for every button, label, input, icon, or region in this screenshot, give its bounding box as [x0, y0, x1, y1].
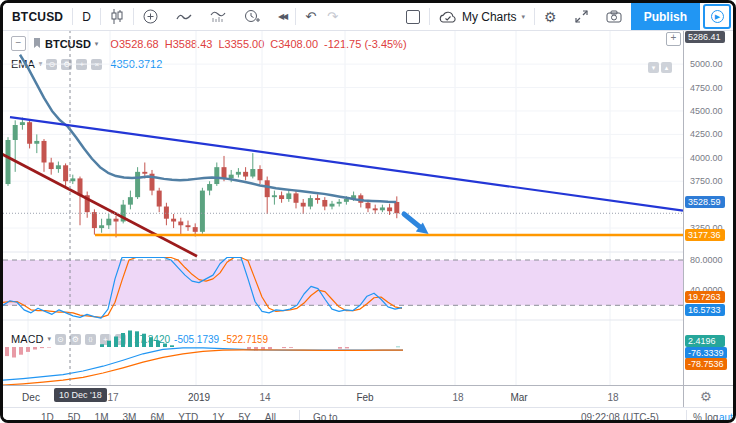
interval-button[interactable]: D	[73, 3, 100, 30]
collapse-pane-button[interactable]: −	[11, 36, 26, 51]
chevron-down-icon[interactable]: ▾	[47, 335, 51, 343]
indicators-button[interactable]	[167, 3, 201, 30]
high-value: 3588.43	[173, 38, 213, 50]
time-tick-label: 14	[259, 392, 270, 403]
gear-icon[interactable]: ⚙	[61, 59, 72, 70]
range-button-6m[interactable]: 6M	[150, 411, 164, 421]
stoch-d-value: 16.4091	[155, 264, 191, 275]
publish-button[interactable]: Publish	[631, 3, 700, 30]
macd-line-value: -505.1739	[174, 334, 219, 345]
goto-button[interactable]: Go to	[313, 411, 337, 421]
top-toolbar: BTCUSD D	[3, 3, 733, 31]
close-icon[interactable]: ×	[115, 334, 126, 345]
range-button-5y[interactable]: 5Y	[239, 411, 251, 421]
fullscreen-button[interactable]	[566, 3, 597, 30]
price-tick-label: 3750.00	[690, 176, 723, 186]
range-button-5d[interactable]: 5D	[68, 411, 81, 421]
caret-up-icon: ▴	[665, 64, 669, 71]
pane-minimize-button[interactable]: ▾	[648, 62, 659, 73]
ema-value-badge: 3528.59	[685, 196, 725, 208]
source-code-icon[interactable]: {}	[85, 334, 96, 345]
auto-scale-button[interactable]: auto	[719, 411, 733, 421]
range-button-1m[interactable]: 1M	[95, 411, 109, 421]
support-value-badge: 3177.36	[685, 229, 725, 241]
divider	[686, 410, 687, 421]
range-button-all[interactable]: All	[265, 411, 276, 421]
snapshot-button[interactable]	[597, 3, 631, 30]
axis-top-badge: 5286.41	[685, 31, 725, 43]
symbol-flag-icon[interactable]	[33, 38, 41, 49]
price-axis[interactable]: 5000.004750.004500.004250.004000.003750.…	[683, 30, 734, 385]
publish-play-button[interactable]: ▶	[703, 4, 731, 29]
descending-trendline-blue[interactable]	[10, 117, 683, 211]
log-scale-button[interactable]: log	[705, 411, 718, 421]
range-button-3m[interactable]: 3M	[123, 411, 137, 421]
open-value: 3528.68	[119, 38, 159, 50]
add-icon[interactable]: +	[81, 264, 92, 275]
alert-button[interactable]	[235, 3, 269, 30]
settings-button[interactable]: ⚙	[535, 3, 566, 30]
range-button-ytd[interactable]: YTD	[178, 411, 198, 421]
macd-signal-line	[3, 350, 403, 385]
camera-icon	[606, 10, 622, 23]
add-icon[interactable]: +	[100, 334, 111, 345]
add-icon[interactable]: +	[76, 59, 87, 70]
compare-plus-icon	[143, 9, 158, 24]
ema-legend-row: EMA ▾ ⊙ ⚙ + × 4350.3712	[11, 58, 162, 70]
eye-icon[interactable]: ⊙	[55, 334, 66, 345]
indicator-templates-icon	[210, 10, 226, 23]
close-icon[interactable]: ×	[91, 59, 102, 70]
toolbar-left-group: BTCUSD D	[3, 3, 347, 30]
chevron-down-icon[interactable]: ▾	[39, 60, 43, 68]
ema-indicator-name[interactable]: EMA	[11, 58, 35, 70]
time-axis[interactable]: 10 Dec '18 ⚙ Dec17201914Feb18Mar18	[3, 385, 733, 408]
axis-gear-icon[interactable]: ⚙	[700, 389, 712, 404]
range-button-1d[interactable]: 1D	[41, 411, 54, 421]
layout-button[interactable]	[397, 3, 429, 30]
crosshair-date-badge: 10 Dec '18	[54, 388, 107, 402]
stoch-k-badge: 16.5733	[685, 304, 725, 316]
chevron-down-icon[interactable]: ▾	[95, 40, 99, 48]
pane-maximize-button[interactable]: ▴	[661, 62, 672, 73]
legend-symbol-name[interactable]: BTCUSD	[45, 38, 91, 50]
change-value: -121.75 (-3.45%)	[324, 38, 407, 50]
macd-indicator-name[interactable]: MACD	[11, 333, 43, 345]
macd-hist-badge: 2.4196	[685, 335, 725, 347]
gear-icon[interactable]: ⚙	[70, 334, 81, 345]
stoch-d-badge: 19.7263	[685, 291, 725, 303]
gear-icon[interactable]: ⚙	[66, 264, 77, 275]
price-tick-label: 4250.00	[690, 129, 723, 139]
pane-scale-buttons: ▾ ▴	[648, 62, 672, 73]
eye-icon[interactable]: ⊙	[46, 59, 57, 70]
undo-button[interactable]: ↶	[296, 3, 325, 30]
replay-button[interactable]: ◀◀	[269, 3, 295, 30]
stoch-indicator-name[interactable]: Stoch	[11, 263, 39, 275]
close-icon[interactable]: ×	[96, 264, 107, 275]
time-tick-label: 17	[107, 392, 118, 403]
symbol-search-button[interactable]: BTCUSD	[3, 3, 72, 30]
price-tick-label: 5000.00	[690, 59, 723, 69]
range-button-1y[interactable]: 1Y	[212, 411, 224, 421]
clock-label[interactable]: 09:22:08 (UTC-5)	[581, 411, 659, 421]
time-tick-label: 18	[452, 392, 463, 403]
candle-style-button[interactable]	[101, 3, 133, 30]
my-charts-button[interactable]: My Charts ▾	[430, 3, 534, 30]
ema-line	[20, 55, 396, 202]
macd-line	[3, 348, 403, 380]
time-tick-label: Dec	[22, 392, 40, 403]
eye-icon[interactable]: ⊙	[51, 264, 62, 275]
percent-scale-button[interactable]: %	[693, 411, 702, 421]
bottom-toolbar: 1D5D1M3M6MYTD1Y5YAll Go to 09:22:08 (UTC…	[3, 407, 733, 421]
chevron-down-icon[interactable]: ▾	[43, 265, 47, 273]
plus-icon: +	[671, 32, 677, 43]
templates-button[interactable]	[201, 3, 235, 30]
arrow-annotation[interactable]	[404, 214, 429, 234]
play-icon: ▶	[715, 13, 720, 20]
descending-trendline-red[interactable]	[3, 153, 197, 256]
replay-icon: ◀◀	[278, 13, 286, 21]
compare-button[interactable]	[134, 3, 167, 30]
axis-add-alert-button[interactable]: +	[666, 32, 681, 46]
divider	[683, 386, 684, 408]
redo-button[interactable]: ↷	[325, 3, 347, 30]
time-tick-label: 2019	[188, 392, 210, 403]
